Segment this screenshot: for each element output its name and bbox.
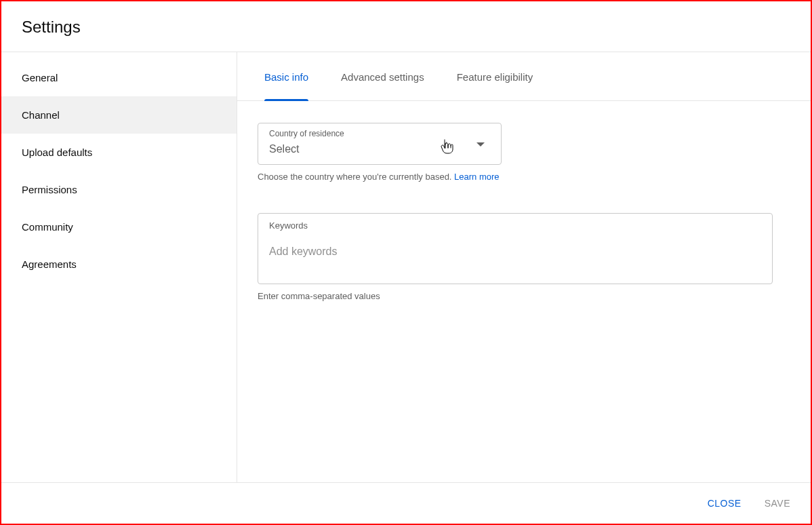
tabs: Basic info Advanced settings Feature eli… — [237, 52, 811, 101]
sidebar-item-permissions[interactable]: Permissions — [1, 171, 237, 208]
dialog-footer: CLOSE SAVE — [1, 482, 811, 524]
sidebar-item-channel[interactable]: Channel — [1, 96, 237, 134]
tab-advanced-settings[interactable]: Advanced settings — [341, 52, 424, 100]
sidebar-item-upload-defaults[interactable]: Upload defaults — [1, 134, 237, 171]
keywords-field[interactable]: Keywords — [258, 213, 773, 284]
keywords-helper: Enter comma-separated values — [258, 291, 773, 301]
close-button[interactable]: CLOSE — [706, 494, 743, 513]
sidebar-item-general[interactable]: General — [1, 59, 237, 96]
sidebar-item-community[interactable]: Community — [1, 208, 237, 246]
keywords-label: Keywords — [269, 220, 761, 231]
save-button[interactable]: SAVE — [763, 494, 792, 513]
learn-more-link[interactable]: Learn more — [454, 172, 499, 182]
country-label: Country of residence — [269, 129, 344, 138]
keywords-input[interactable] — [269, 246, 761, 258]
page-title: Settings — [22, 18, 790, 37]
country-helper: Choose the country where you're currentl… — [258, 172, 773, 182]
sidebar: General Channel Upload defaults Permissi… — [1, 52, 237, 482]
tab-basic-info[interactable]: Basic info — [264, 52, 308, 100]
country-dropdown[interactable]: Country of residence Select — [258, 123, 502, 165]
dialog-header: Settings — [1, 1, 811, 52]
country-value: Select — [269, 143, 476, 155]
chevron-down-icon — [476, 142, 485, 147]
tab-feature-eligibility[interactable]: Feature eligibility — [457, 52, 533, 100]
sidebar-item-agreements[interactable]: Agreements — [1, 246, 237, 283]
